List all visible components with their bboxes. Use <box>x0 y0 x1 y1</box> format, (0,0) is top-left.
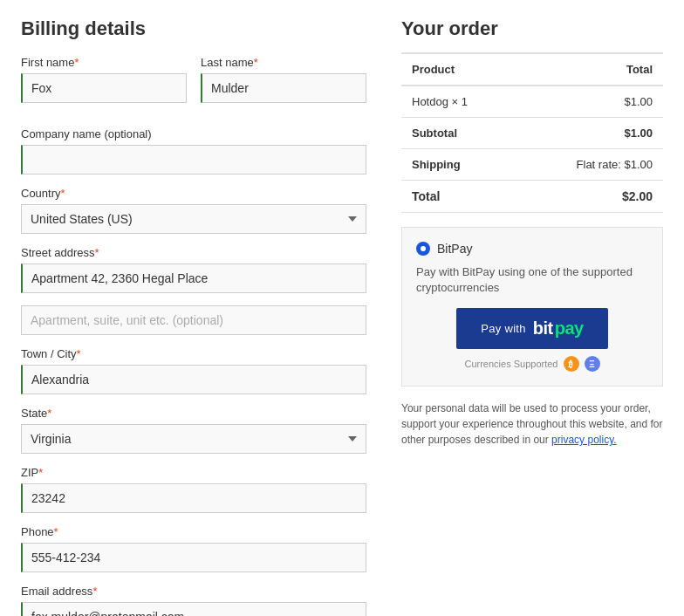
order-item-row: Hotdog × 1 $1.00 <box>401 86 663 118</box>
last-name-input[interactable] <box>201 73 366 103</box>
total-value: $2.00 <box>516 181 663 213</box>
street-input[interactable] <box>21 264 366 293</box>
order-item-value: $1.00 <box>516 86 663 118</box>
zip-input[interactable] <box>21 483 366 513</box>
street2-group <box>21 305 366 335</box>
product-col-header: Product <box>401 53 516 86</box>
street-address-group: Street address* <box>21 246 366 293</box>
phone-label: Phone* <box>21 525 366 538</box>
bitpay-button-wrapper: Pay with bitpay Currencies Supported ₿ Ξ <box>416 308 648 372</box>
bitpay-label: BitPay <box>437 242 472 256</box>
bitpay-pay-button[interactable]: Pay with bitpay <box>456 308 607 349</box>
bitpay-description: Pay with BitPay using one of the support… <box>416 264 648 296</box>
last-name-label: Last name* <box>201 56 366 69</box>
privacy-policy-link[interactable]: privacy policy. <box>551 434 616 446</box>
pay-with-text: Pay with <box>481 322 526 335</box>
bitpay-header: BitPay <box>416 242 648 256</box>
privacy-note: Your personal data will be used to proce… <box>401 400 663 448</box>
order-item-label: Hotdog × 1 <box>401 86 516 118</box>
country-group: Country* United States (US) Canada Unite… <box>21 187 366 234</box>
country-label: Country* <box>21 187 366 200</box>
subtotal-label: Subtotal <box>401 118 516 149</box>
city-group: Town / City* <box>21 347 366 394</box>
bitpay-section: BitPay Pay with BitPay using one of the … <box>401 227 663 387</box>
state-label: State* <box>21 407 366 420</box>
state-group: State* Virginia California New York Texa… <box>21 407 366 454</box>
first-name-group: First name* <box>21 56 187 103</box>
first-name-input[interactable] <box>21 73 187 103</box>
billing-title: Billing details <box>21 17 366 40</box>
city-label: Town / City* <box>21 347 366 360</box>
state-select[interactable]: Virginia California New York Texas Flori… <box>21 424 366 454</box>
company-name-label: Company name (optional) <box>21 127 366 140</box>
email-group: Email address* <box>21 585 366 616</box>
phone-group: Phone* <box>21 525 366 572</box>
zip-label: ZIP* <box>21 466 366 479</box>
company-name-input[interactable] <box>21 145 366 175</box>
street2-input[interactable] <box>21 305 366 335</box>
order-summary-section: Your order Product Total Hotdog × 1 $1.0… <box>401 17 663 616</box>
shipping-label: Shipping <box>401 149 516 181</box>
last-name-group: Last name* <box>201 56 366 103</box>
country-select[interactable]: United States (US) Canada United Kingdom… <box>21 204 366 234</box>
subtotal-row: Subtotal $1.00 <box>401 118 663 149</box>
first-name-label: First name* <box>21 56 187 69</box>
btc-icon: ₿ <box>564 356 579 372</box>
city-input[interactable] <box>21 365 366 394</box>
total-label: Total <box>401 181 516 213</box>
zip-group: ZIP* <box>21 466 366 513</box>
bitpay-logo: bitpay <box>533 318 584 339</box>
email-input[interactable] <box>21 602 366 616</box>
total-col-header: Total <box>516 53 663 86</box>
subtotal-value: $1.00 <box>516 118 663 149</box>
currencies-row: Currencies Supported ₿ Ξ <box>464 356 599 372</box>
shipping-value: Flat rate: $1.00 <box>516 149 663 181</box>
billing-details-section: Billing details First name* Last name* C… <box>21 17 366 616</box>
phone-input[interactable] <box>21 543 366 572</box>
currencies-label: Currencies Supported <box>464 359 557 369</box>
email-label: Email address* <box>21 585 366 598</box>
order-title: Your order <box>401 17 663 40</box>
shipping-row: Shipping Flat rate: $1.00 <box>401 149 663 181</box>
company-name-group: Company name (optional) <box>21 127 366 175</box>
bitpay-radio[interactable] <box>416 242 430 256</box>
order-table: Product Total Hotdog × 1 $1.00 Subtotal … <box>401 52 663 213</box>
eth-icon: Ξ <box>585 356 600 372</box>
street-label: Street address* <box>21 246 366 259</box>
total-row: Total $2.00 <box>401 181 663 213</box>
